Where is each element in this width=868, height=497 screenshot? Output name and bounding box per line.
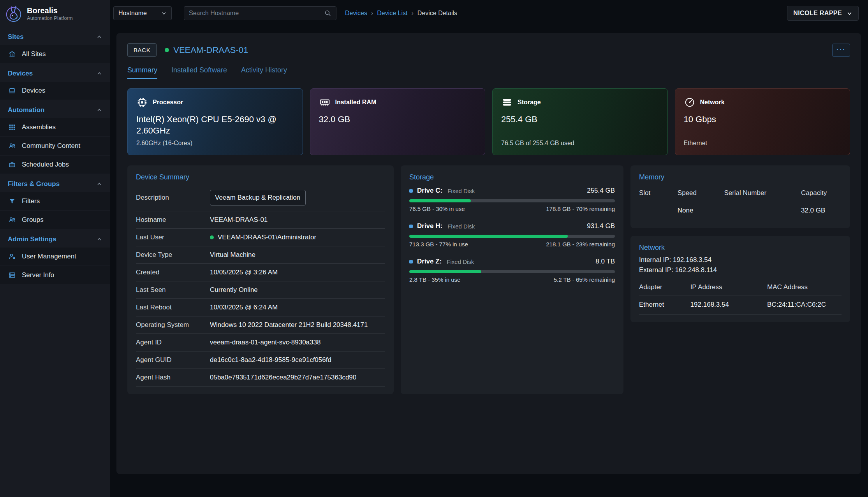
summary-row: Hostname VEEAM-DRAAS-01 [136,211,385,229]
drive-name: Drive H: [417,222,442,230]
description-input[interactable] [210,190,306,205]
stat-card-footer [319,140,477,147]
stat-card-value: 32.0 GB [319,114,461,125]
sidebar-item-scheduled-jobs[interactable]: Scheduled Jobs [0,156,110,174]
breadcrumb-devices[interactable]: Devices [345,10,367,17]
summary-row: Agent Hash 05ba0e7935171d626ecea29b27d7a… [136,369,385,386]
drive-row: Drive H: Fixed Disk 931.4 GB 713.3 GB - … [409,222,615,248]
ram-icon [319,97,331,108]
panel-title: Network [639,244,842,252]
row-label: Last Seen [136,286,210,294]
people-icon [8,142,16,150]
laptop-icon [8,86,16,95]
row-label: Description [136,194,210,202]
hostname-filter-dropdown[interactable]: Hostname [113,6,172,20]
stat-card-label: Network [700,99,725,106]
drive-size: 931.4 GB [587,222,615,230]
sidebar-item-devices[interactable]: Devices [0,82,110,100]
user-name: NICOLE RAPPE [793,10,842,17]
section-label: Sites [8,33,24,41]
sidebar-section-admin-settings[interactable]: Admin Settings [0,230,110,248]
tab-activity-history[interactable]: Activity History [241,66,287,79]
sidebar: Borealis Automation Platform Sites All S… [0,0,110,497]
memory-cell: None [678,201,724,220]
back-button[interactable]: BACK [127,43,157,57]
disks-icon [501,97,513,108]
breadcrumb-device-list[interactable]: Device List [377,10,407,17]
breadcrumb-separator: › [411,10,413,17]
summary-row: Agent ID veeam-draas-01-agent-svc-8930a3… [136,334,385,351]
sidebar-item-community-content[interactable]: Community Content [0,137,110,155]
sidebar-item-server-info[interactable]: Server Info [0,266,110,284]
online-status-dot [210,235,214,239]
network-cell: 192.168.3.54 [690,295,767,314]
section-label: Devices [8,70,33,77]
drive-remaining: 5.2 TB - 65% remaining [554,276,615,283]
stat-card-label: Installed RAM [335,99,377,106]
sidebar-item-assemblies[interactable]: Assemblies [0,118,110,136]
app-root: Borealis Automation Platform Sites All S… [0,0,868,497]
search-box[interactable] [184,6,336,20]
row-value: 10/05/2025 @ 3:26 AM [210,269,278,276]
sidebar-item-label: User Management [22,253,76,260]
user-menu-button[interactable]: NICOLE RAPPE [787,6,859,21]
chevron-up-icon [96,181,102,187]
sidebar-item-groups[interactable]: Groups [0,211,110,229]
network-cell: Ethernet [639,295,690,314]
stat-card-storage: Storage 255.4 GB 76.5 GB of 255.4 GB use… [492,88,668,155]
drive-remaining: 178.8 GB - 70% remaining [546,205,615,212]
drive-size: 8.0 TB [595,258,615,265]
summary-row: Agent GUID de16c0c1-8aa2-4d18-9585-9ce91… [136,351,385,369]
sidebar-item-filters[interactable]: Filters [0,192,110,210]
sidebar-item-label: Filters [22,197,40,205]
stat-card-label: Storage [518,99,541,106]
tab-installed-software[interactable]: Installed Software [171,66,227,79]
network-cell: BC:24:11:CA:C6:2C [767,295,842,314]
breadcrumb-current: Device Details [417,10,457,17]
sidebar-section-filters-groups[interactable]: Filters & Groups [0,174,110,192]
row-value: VEEAM-DRAAS-01\Administrator [218,234,316,241]
drive-type: Fixed Disk [447,188,475,194]
row-label: Created [136,269,210,276]
drive-row: Drive C: Fixed Disk 255.4 GB 76.5 GB - 3… [409,187,615,212]
row-value: 10/03/2025 @ 6:24 AM [210,304,278,311]
search-input[interactable] [189,10,324,17]
tab-summary[interactable]: Summary [127,66,157,79]
sidebar-section-automation[interactable]: Automation [0,100,110,118]
chevron-down-icon [847,11,852,16]
sidebar-section-sites[interactable]: Sites [0,27,110,45]
sidebar-item-all-sites[interactable]: All Sites [0,45,110,63]
more-actions-button[interactable]: ··· [832,44,850,57]
brand-logo[interactable]: Borealis Automation Platform [0,0,110,27]
stat-card-footer: 76.5 GB of 255.4 GB used [501,140,659,147]
row-label: Last User [136,234,210,241]
sidebar-item-user-management[interactable]: User Management [0,248,110,265]
drive-row: Drive Z: Fixed Disk 8.0 TB 2.8 TB - 35% … [409,258,615,283]
briefcase-icon [8,160,16,169]
stat-card-value: 255.4 GB [501,114,643,125]
rabbit-logo-icon [5,5,23,23]
drive-remaining: 218.1 GB - 23% remaining [546,241,615,248]
row-label: Agent GUID [136,356,210,364]
row-label: Hostname [136,216,210,224]
drive-type: Fixed Disk [447,258,474,265]
summary-row: Last Reboot 10/03/2025 @ 6:24 AM [136,299,385,316]
summary-row: Last Seen Currently Online [136,281,385,299]
row-value: VEEAM-DRAAS-01 [210,216,268,224]
stat-cards: Processor Intel(R) Xeon(R) CPU E5-2690 v… [127,88,850,155]
summary-row: Device Type Virtual Machine [136,246,385,264]
panel-title: Storage [409,173,615,181]
stat-card-footer: 2.60GHz (16-Cores) [136,140,294,147]
section-label: Filters & Groups [8,180,60,188]
memory-header: Speed [678,184,724,201]
sidebar-section-devices[interactable]: Devices [0,64,110,82]
breadcrumb: Devices › Device List › Device Details [345,10,457,17]
memory-cell [639,201,678,220]
storage-panel: Storage Drive C: Fixed Disk 255.4 GB 76.… [401,165,623,394]
panel-title: Device Summary [136,173,385,181]
external-ip: External IP: 162.248.8.114 [639,265,842,275]
buildings-icon [8,50,16,58]
row-value: Currently Online [210,286,258,294]
chevron-up-icon [96,70,102,77]
right-column: Memory Slot Speed Serial Number Capacity… [630,165,850,322]
